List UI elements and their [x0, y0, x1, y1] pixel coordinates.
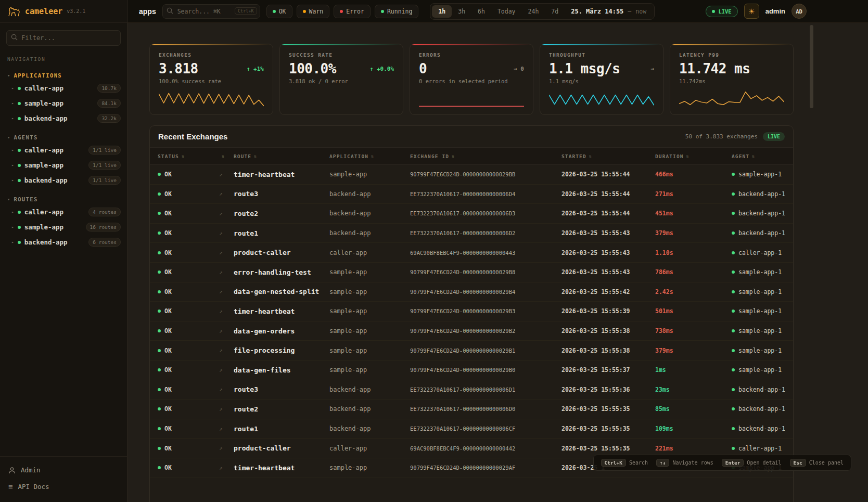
table-row[interactable]: OK ↗ route3 backend-app EE7322370A10617-…: [150, 185, 793, 204]
column-header[interactable]: STARTED ⇅: [561, 153, 655, 159]
table-row[interactable]: OK ↗ data-gen-nested-split sample-app 90…: [150, 282, 793, 302]
table-row[interactable]: OK ↗ route3 backend-app EE7322370A10617-…: [150, 380, 793, 400]
scrollbar[interactable]: [810, 25, 813, 108]
agent-cell: backend-app-1: [732, 405, 785, 413]
stat-card[interactable]: THROUGHPUT 1.1 msg/s → 1.1 msg/s: [540, 44, 663, 115]
column-header[interactable]: ROUTE ⇅: [234, 153, 329, 159]
sidebar-section-items: ▸ caller-app 4 routes ▸ sample-app 16 ro…: [0, 204, 127, 250]
status-filter-chip[interactable]: Warn: [297, 5, 330, 18]
status-filter-chip[interactable]: Running: [375, 5, 418, 18]
open-exchange-cell[interactable]: ↗: [219, 347, 234, 354]
exchange-id-cell: EE7322370A10617-00000000000006D1: [410, 387, 561, 393]
sidebar-section-header[interactable]: ▾ ROUTES: [0, 194, 127, 204]
open-exchange-cell[interactable]: ↗: [219, 249, 234, 256]
column-header[interactable]: STATUS ⇅: [158, 153, 219, 159]
open-exchange-cell[interactable]: ↗: [219, 367, 234, 374]
table-row[interactable]: OK ↗ file-processing sample-app 90799F47…: [150, 341, 793, 361]
filter-input[interactable]: [6, 30, 121, 46]
global-search: Ctrl+K: [162, 4, 260, 19]
sidebar-item-admin[interactable]: Admin: [0, 462, 127, 478]
table-row[interactable]: OK ↗ error-handling-test sample-app 9079…: [150, 263, 793, 282]
route-cell: route3: [234, 385, 329, 393]
sidebar-item-api-docs[interactable]: ≡ API Docs: [0, 478, 127, 495]
open-exchange-cell[interactable]: ↗: [219, 465, 234, 471]
stat-card[interactable]: LATENCY P99 11.742 ms 11.742ms: [670, 44, 794, 115]
time-range-button[interactable]: 6h: [471, 5, 491, 18]
application-cell: backend-app: [329, 185, 410, 204]
sidebar-item[interactable]: ▸ backend-app 1/1 live: [0, 173, 127, 188]
sidebar-item[interactable]: ▸ sample-app 1/1 live: [0, 158, 127, 173]
sidebar-section-header[interactable]: ▾ AGENTS: [0, 132, 127, 143]
open-exchange-cell[interactable]: ↗: [219, 328, 234, 334]
stat-card[interactable]: ERRORS 0 → 0 0 errors in selected period: [410, 44, 533, 115]
sidebar-section-items: ▸ caller-app 10.7k ▸ sample-app 84.1k ▸ …: [0, 81, 127, 126]
time-range-button[interactable]: 24h: [522, 5, 545, 18]
live-dot-icon: [712, 10, 715, 13]
sidebar-item-badge: 16 routes: [86, 223, 121, 231]
sidebar-item[interactable]: ▸ caller-app 1/1 live: [0, 143, 127, 158]
table-row[interactable]: OK ↗ timer-heartbeat sample-app 90799F47…: [150, 165, 793, 185]
user-name: admin: [765, 7, 785, 15]
sidebar-item[interactable]: ▸ backend-app 6 routes: [0, 235, 127, 250]
status-label: OK: [164, 210, 172, 217]
sidebar-item[interactable]: ▸ backend-app 32.2k: [0, 111, 127, 126]
status-cell: OK: [158, 327, 219, 334]
status-filter-chip[interactable]: Error: [334, 5, 371, 18]
application-cell: sample-app: [329, 302, 410, 321]
column-header[interactable]: APPLICATION ⇅: [329, 153, 410, 159]
open-exchange-cell[interactable]: ↗: [219, 210, 234, 217]
column-header[interactable]: ⇅: [219, 154, 234, 159]
column-header[interactable]: EXCHANGE ID ⇅: [410, 153, 561, 159]
status-dot-icon: [18, 226, 21, 229]
sort-icon: ⇅: [254, 154, 257, 159]
open-exchange-cell[interactable]: ↗: [219, 190, 234, 197]
live-toggle[interactable]: LIVE: [706, 6, 737, 17]
exchange-id-cell: 90799F47E6CD24D-00000000000029B4: [410, 289, 561, 295]
time-range-button[interactable]: Today: [491, 5, 522, 18]
theme-toggle-button[interactable]: ☀: [744, 4, 759, 19]
open-exchange-cell[interactable]: ↗: [219, 386, 234, 393]
sidebar-item[interactable]: ▸ sample-app 16 routes: [0, 220, 127, 235]
open-exchange-cell[interactable]: ↗: [219, 445, 234, 452]
table-row[interactable]: OK ↗ route2 backend-app EE7322370A10617-…: [150, 204, 793, 224]
application-cell: sample-app: [329, 458, 410, 478]
sidebar-item-badge: 4 routes: [88, 208, 121, 216]
table-row[interactable]: OK ↗ timer-heartbeat sample-app 90799F47…: [150, 302, 793, 321]
sidebar-item[interactable]: ▸ caller-app 4 routes: [0, 204, 127, 220]
open-exchange-cell[interactable]: ↗: [219, 288, 234, 295]
sidebar-section-header[interactable]: ▾ APPLICATIONS: [0, 70, 127, 81]
application-cell: sample-app: [329, 341, 410, 360]
avatar[interactable]: AD: [792, 4, 807, 19]
table-row[interactable]: OK ↗ route1 backend-app EE7322370A10617-…: [150, 419, 793, 439]
table-row[interactable]: OK ↗ data-gen-files sample-app 90799F47E…: [150, 361, 793, 380]
stat-card[interactable]: SUCCESS RATE 100.0% ↑ +0.0% 3.818 ok / 0…: [279, 44, 403, 115]
chip-label: OK: [279, 8, 286, 15]
table-row[interactable]: OK ↗ route1 backend-app EE7322370A10617-…: [150, 224, 793, 243]
external-link-icon: ↗: [219, 288, 223, 295]
chevron-right-icon: ▸: [11, 163, 14, 168]
table-row[interactable]: OK ↗ product-caller caller-app 69AC90BF8…: [150, 243, 793, 263]
open-exchange-cell[interactable]: ↗: [219, 171, 234, 178]
stat-card[interactable]: EXCHANGES 3.818 ↑ +1% 100.0% success rat…: [149, 44, 273, 115]
time-range-button[interactable]: 7d: [545, 5, 565, 18]
open-exchange-cell[interactable]: ↗: [219, 426, 234, 432]
open-exchange-cell[interactable]: ↗: [219, 406, 234, 413]
agent-dot-icon: [732, 173, 735, 176]
open-exchange-cell[interactable]: ↗: [219, 269, 234, 276]
status-filter-chip[interactable]: OK: [266, 5, 292, 18]
sidebar-item[interactable]: ▸ sample-app 84.1k: [0, 96, 127, 111]
stat-title: EXCHANGES: [159, 52, 264, 58]
table-row[interactable]: OK ↗ route2 backend-app EE7322370A10617-…: [150, 400, 793, 419]
stat-delta: → 0: [514, 66, 524, 72]
table-row[interactable]: OK ↗ data-gen-orders sample-app 90799F47…: [150, 321, 793, 341]
open-exchange-cell[interactable]: ↗: [219, 308, 234, 315]
column-header[interactable]: AGENT ⇅: [732, 153, 785, 159]
external-link-icon: ↗: [219, 308, 223, 315]
time-range-button[interactable]: 1h: [432, 5, 452, 18]
open-exchange-cell[interactable]: ↗: [219, 230, 234, 237]
now-label[interactable]: now: [635, 8, 646, 15]
time-range-button[interactable]: 3h: [452, 5, 471, 18]
column-header[interactable]: DURATION ⇅: [655, 153, 732, 159]
route-cell: data-gen-files: [234, 366, 329, 374]
sidebar-item[interactable]: ▸ caller-app 10.7k: [0, 81, 127, 96]
